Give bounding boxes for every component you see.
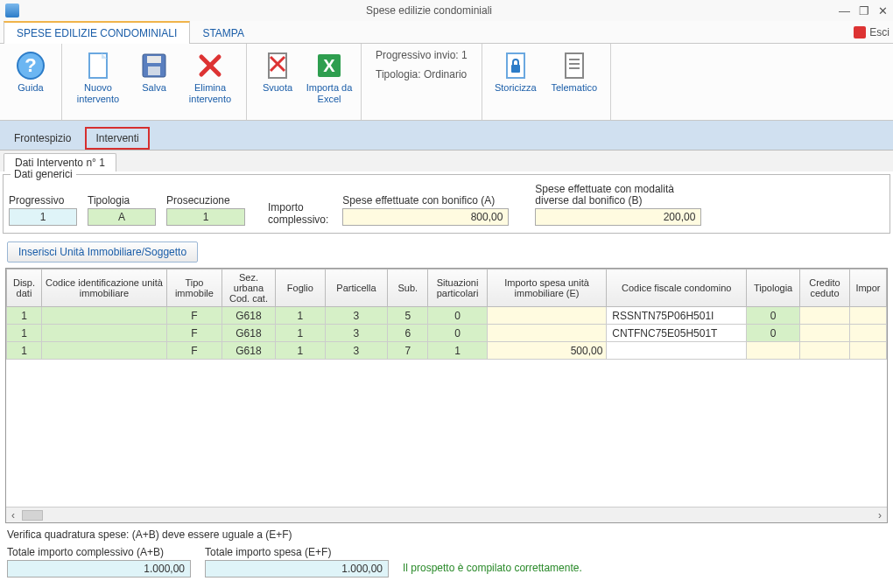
cell-cf[interactable]: CNTFNC75E05H501T	[607, 325, 747, 342]
spese-diverse-field[interactable]: 200,00	[535, 208, 701, 226]
col-credito-ceduto[interactable]: Credito ceduto	[800, 270, 850, 307]
col-codice-uid[interactable]: Codice identificazione unità immobiliare	[41, 270, 166, 307]
cell-tip[interactable]: 0	[747, 325, 800, 342]
minimize-button[interactable]: —	[839, 4, 850, 18]
cell-tipo[interactable]: F	[166, 307, 221, 325]
exit-button[interactable]: Esci	[854, 26, 889, 38]
col-sub[interactable]: Sub.	[388, 270, 428, 307]
cell-sit[interactable]: 1	[428, 342, 487, 360]
cell-impor[interactable]	[849, 325, 886, 342]
cell-impor[interactable]	[849, 342, 886, 360]
cell-sub[interactable]: 6	[388, 325, 428, 342]
elimina-label: Elimina intervento	[181, 82, 239, 105]
importo-label-2: complessivo:	[268, 214, 328, 226]
app-icon	[5, 4, 19, 18]
storicizza-label: Storicizza	[495, 82, 537, 94]
cell-sit[interactable]: 0	[428, 325, 487, 342]
telematico-button[interactable]: Telematico	[544, 49, 605, 94]
menu-spese-edilizie[interactable]: SPESE EDILIZIE CONDOMINIALI	[4, 21, 190, 44]
cell-credito[interactable]	[800, 307, 850, 325]
dati-generici-group: Dati generici Progressivo 1 Tipologia A …	[3, 174, 890, 234]
importa-excel-button[interactable]: X Importa da Excel	[303, 49, 355, 105]
tipologia-field[interactable]: A	[88, 208, 156, 226]
col-particella[interactable]: Particella	[325, 270, 387, 307]
svg-rect-5	[147, 56, 161, 63]
cell-tipo[interactable]: F	[166, 325, 221, 342]
cell-importo[interactable]: 500,00	[487, 342, 607, 360]
cell-codice_uid[interactable]	[41, 342, 166, 360]
scroll-left-icon[interactable]: ‹	[6, 509, 20, 522]
restore-button[interactable]: ❐	[859, 4, 869, 18]
save-icon	[139, 51, 169, 80]
close-button[interactable]: ✕	[878, 4, 888, 18]
elimina-intervento-button[interactable]: Elimina intervento	[179, 49, 241, 105]
cell-tip[interactable]: 0	[747, 307, 800, 325]
table-row[interactable]: 1FG6181350RSSNTN75P06H501I0	[7, 307, 887, 325]
salva-button[interactable]: Salva	[129, 49, 179, 94]
storicizza-button[interactable]: Storicizza	[488, 49, 544, 94]
cell-sit[interactable]: 0	[428, 307, 487, 325]
col-situazioni[interactable]: Situazioni particolari	[428, 270, 487, 307]
svuota-label: Svuota	[263, 82, 292, 94]
col-sez-urbana[interactable]: Sez. urbana Cod. cat.	[221, 270, 275, 307]
cell-codice_uid[interactable]	[41, 325, 166, 342]
progressivo-field[interactable]: 1	[9, 208, 77, 226]
cell-foglio[interactable]: 1	[275, 342, 325, 360]
cell-sub[interactable]: 5	[388, 307, 428, 325]
cell-part[interactable]: 3	[325, 325, 387, 342]
cell-sez[interactable]: G618	[221, 307, 275, 325]
col-disp-dati[interactable]: Disp. dati	[7, 270, 42, 307]
scroll-thumb[interactable]	[22, 510, 43, 521]
nuovo-intervento-button[interactable]: Nuovo intervento	[67, 49, 129, 105]
cell-part[interactable]: 3	[325, 342, 387, 360]
inserisci-unita-button[interactable]: Inserisci Unità Immobiliare/Soggetto	[7, 242, 198, 262]
totale-ab-label: Totale importo complessivo (A+B)	[7, 546, 191, 558]
guida-button[interactable]: ? Guida	[5, 49, 56, 94]
col-tipologia[interactable]: Tipologia	[747, 270, 800, 307]
cell-foglio[interactable]: 1	[275, 307, 325, 325]
svuota-button[interactable]: Svuota	[252, 49, 303, 94]
cell-disp[interactable]: 1	[7, 325, 42, 342]
scroll-right-icon[interactable]: ›	[873, 509, 887, 522]
help-icon: ?	[16, 51, 46, 80]
cell-tip[interactable]	[747, 342, 800, 360]
cell-sub[interactable]: 7	[388, 342, 428, 360]
importa-label: Importa da Excel	[305, 82, 354, 105]
cell-sez[interactable]: G618	[221, 342, 275, 360]
cell-credito[interactable]	[800, 342, 850, 360]
cell-cf[interactable]: RSSNTN75P06H501I	[607, 307, 747, 325]
cell-disp[interactable]: 1	[7, 307, 42, 325]
horizontal-scrollbar[interactable]: ‹ ›	[6, 507, 887, 522]
importo-label-1: Importo	[268, 201, 328, 214]
col-tipo-immobile[interactable]: Tipo immobile	[166, 270, 221, 307]
footer: Verifica quadratura spese: (A+B) deve es…	[0, 523, 893, 583]
exit-label: Esci	[869, 26, 889, 38]
tab-interventi[interactable]: Interventi	[85, 127, 149, 150]
table-row[interactable]: 1FG6181371500,00	[7, 342, 887, 360]
col-codice-fiscale[interactable]: Codice fiscale condomino	[607, 270, 747, 307]
verifica-text: Verifica quadratura spese: (A+B) deve es…	[7, 528, 886, 541]
empty-icon	[263, 51, 292, 80]
tab-frontespizio[interactable]: Frontespizio	[5, 129, 80, 148]
col-foglio[interactable]: Foglio	[275, 270, 325, 307]
nuovo-intervento-label: Nuovo intervento	[69, 82, 127, 105]
col-importo-spesa[interactable]: Importo spesa unità immobiliare (E)	[487, 270, 607, 307]
excel-icon: X	[314, 51, 344, 80]
cell-importo[interactable]	[487, 307, 607, 325]
cell-credito[interactable]	[800, 325, 850, 342]
col-impor[interactable]: Impor	[849, 270, 886, 307]
table-row[interactable]: 1FG6181360CNTFNC75E05H501T0	[7, 325, 887, 342]
cell-disp[interactable]: 1	[7, 342, 42, 360]
cell-tipo[interactable]: F	[166, 342, 221, 360]
spese-diverse-label-2: diverse dal bonifico (B)	[535, 195, 701, 206]
menu-stampa[interactable]: STAMPA	[190, 21, 257, 44]
cell-importo[interactable]	[487, 325, 607, 342]
cell-cf[interactable]	[607, 342, 747, 360]
cell-part[interactable]: 3	[325, 307, 387, 325]
cell-codice_uid[interactable]	[41, 307, 166, 325]
prosecuzione-field[interactable]: 1	[166, 208, 245, 226]
cell-foglio[interactable]: 1	[275, 325, 325, 342]
cell-impor[interactable]	[849, 307, 886, 325]
cell-sez[interactable]: G618	[221, 325, 275, 342]
spese-bonifico-field[interactable]: 800,00	[342, 208, 509, 226]
